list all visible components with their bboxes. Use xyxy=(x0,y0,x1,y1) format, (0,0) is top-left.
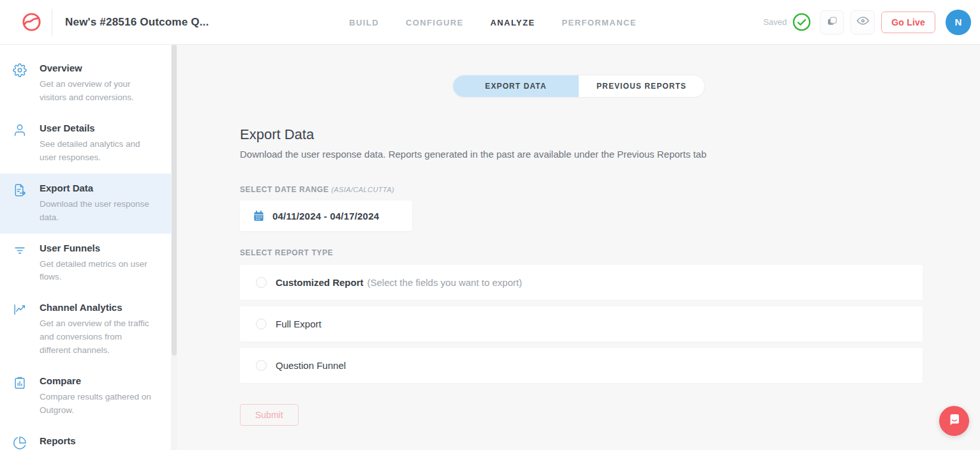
sidebar-scrollbar-track[interactable] xyxy=(171,45,177,450)
option-title: Question Funnel xyxy=(276,360,346,371)
export-doc-icon xyxy=(0,183,40,225)
option-question-funnel[interactable]: Question Funnel xyxy=(240,348,923,383)
chat-bubble-icon xyxy=(946,412,963,431)
saved-check-icon xyxy=(792,13,811,31)
header-actions: Saved Go Live xyxy=(763,10,971,35)
saved-status-label: Saved xyxy=(763,17,787,27)
option-title: Customized Report xyxy=(276,277,364,288)
outgrow-logo-icon[interactable] xyxy=(22,12,41,32)
sidebar-item-description: Get an overview of the traffic and conve… xyxy=(40,317,154,357)
report-type-options: Customized Report (Select the fields you… xyxy=(240,265,923,383)
date-range-picker[interactable]: 04/11/2024 - 04/17/2024 xyxy=(240,200,412,231)
sidebar-item-description: Compare results gathered on Outgrow. xyxy=(40,391,154,417)
clipboard-chart-icon xyxy=(0,375,40,417)
sidebar-item-title: Overview xyxy=(40,63,154,73)
sidebar-item-user-details[interactable]: User Details See detailed analytics and … xyxy=(0,114,171,174)
option-title: Full Export xyxy=(276,319,322,329)
layers-icon xyxy=(826,15,838,30)
tab-export-data[interactable]: EXPORT DATA xyxy=(453,75,579,97)
sidebar-item-title: Reports xyxy=(40,435,154,446)
option-customized-report[interactable]: Customized Report (Select the fields you… xyxy=(240,265,923,300)
content-piece-title: New's #28516 Outcome Q... xyxy=(65,16,209,29)
pie-chart-icon xyxy=(0,435,40,450)
sidebar-item-title: Channel Analytics xyxy=(40,302,154,313)
tab-performance[interactable]: PERFORMANCE xyxy=(562,18,637,27)
sidebar-item-overview[interactable]: Overview Get an overview of your visitor… xyxy=(0,54,171,114)
chat-widget-button[interactable] xyxy=(939,406,969,436)
radio-full-export[interactable] xyxy=(256,319,267,329)
date-range-label: SELECT DATE RANGE (ASIA/CALCUTTA) xyxy=(240,185,923,194)
go-live-button[interactable]: Go Live xyxy=(881,11,935,33)
app-header: New's #28516 Outcome Q... BUILD CONFIGUR… xyxy=(0,0,980,45)
sidebar-item-title: User Funnels xyxy=(40,243,154,253)
preview-button[interactable] xyxy=(850,10,875,34)
sidebar-item-reports[interactable]: Reports Configure and send custom PDF re… xyxy=(0,426,171,450)
timezone-label: (ASIA/CALCUTTA) xyxy=(331,186,394,193)
gear-icon xyxy=(0,63,40,105)
embed-button[interactable] xyxy=(820,10,844,34)
option-full-export[interactable]: Full Export xyxy=(240,306,923,341)
sidebar-item-channel-analytics[interactable]: Channel Analytics Get an overview of the… xyxy=(0,293,171,366)
funnel-icon xyxy=(0,243,40,285)
radio-question-funnel[interactable] xyxy=(256,360,267,371)
sidebar-item-compare[interactable]: Compare Compare results gathered on Outg… xyxy=(0,366,171,426)
tab-build[interactable]: BUILD xyxy=(349,18,379,27)
sidebar-item-user-funnels[interactable]: User Funnels Get detailed metrics on use… xyxy=(0,234,171,294)
sidebar-item-title: Compare xyxy=(40,375,154,386)
radio-customized-report[interactable] xyxy=(256,277,267,288)
submit-button[interactable]: Submit xyxy=(240,404,299,426)
user-avatar[interactable]: N xyxy=(946,10,971,35)
sidebar-item-description: Download the user response data. xyxy=(40,198,154,225)
sidebar-item-title: Export Data xyxy=(40,183,154,193)
top-nav: BUILD CONFIGURE ANALYZE PERFORMANCE xyxy=(349,0,637,45)
divider xyxy=(52,9,52,36)
eye-icon xyxy=(856,14,870,30)
sidebar-item-description: Get an overview of your visitors and con… xyxy=(40,78,154,105)
date-range-value: 04/11/2024 - 04/17/2024 xyxy=(272,211,379,221)
tab-previous-reports[interactable]: PREVIOUS REPORTS xyxy=(579,75,704,97)
sidebar-item-title: User Details xyxy=(40,123,154,133)
sidebar-item-export-data[interactable]: Export Data Download the user response d… xyxy=(0,174,171,234)
sidebar-item-description: See detailed analytics and user response… xyxy=(40,138,154,165)
export-data-section: Export Data Download the user response d… xyxy=(240,126,923,426)
report-type-label: SELECT REPORT TYPE xyxy=(240,248,923,257)
tab-analyze[interactable]: ANALYZE xyxy=(491,18,535,27)
sidebar-scrollbar-thumb[interactable] xyxy=(172,45,177,356)
tab-configure[interactable]: CONFIGURE xyxy=(406,18,464,27)
calendar-icon xyxy=(253,210,272,222)
trend-chart-icon xyxy=(0,302,40,357)
analyze-sidebar: Overview Get an overview of your visitor… xyxy=(0,45,171,450)
page-title: Export Data xyxy=(240,126,923,143)
main-panel: EXPORT DATA PREVIOUS REPORTS Export Data… xyxy=(177,45,980,450)
sidebar-item-description: Get detailed metrics on user flows. xyxy=(40,258,154,285)
user-icon xyxy=(0,123,40,165)
export-tabs: EXPORT DATA PREVIOUS REPORTS xyxy=(452,75,705,98)
page-description: Download the user response data. Reports… xyxy=(240,149,923,160)
option-hint: (Select the fields you want to export) xyxy=(368,277,523,288)
